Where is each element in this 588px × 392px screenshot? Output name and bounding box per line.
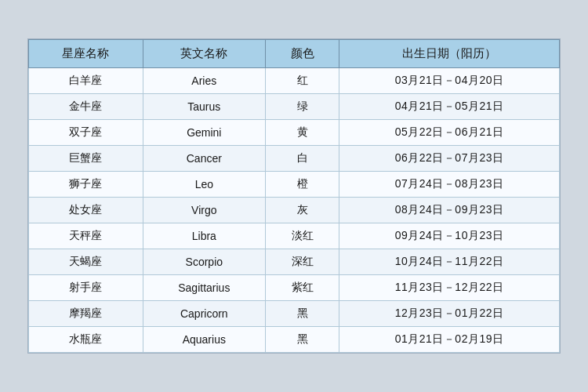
header-chinese-name: 星座名称 [29,40,143,68]
table-body: 白羊座Aries红03月21日－04月20日金牛座Taurus绿04月21日－0… [29,68,560,353]
header-color: 颜色 [265,40,339,68]
cell-row9-col2: 黑 [265,301,339,327]
cell-row8-col3: 11月23日－12月22日 [339,275,560,301]
table-row: 处女座Virgo灰08月24日－09月23日 [29,198,560,223]
cell-row3-col0: 巨蟹座 [29,146,143,172]
cell-row7-col2: 深红 [265,249,339,275]
cell-row0-col3: 03月21日－04月20日 [339,68,560,94]
cell-row2-col2: 黄 [265,120,339,146]
cell-row9-col1: Capricorn [143,301,265,327]
cell-row7-col0: 天蝎座 [29,249,143,275]
cell-row3-col3: 06月22日－07月23日 [339,146,560,172]
table-row: 巨蟹座Cancer白06月22日－07月23日 [29,146,560,172]
cell-row9-col0: 摩羯座 [29,301,143,327]
cell-row0-col2: 红 [265,68,339,94]
table-row: 天蝎座Scorpio深红10月24日－11月22日 [29,249,560,275]
cell-row1-col1: Taurus [143,94,265,120]
cell-row1-col0: 金牛座 [29,94,143,120]
cell-row5-col2: 灰 [265,198,339,223]
cell-row5-col3: 08月24日－09月23日 [339,198,560,223]
cell-row2-col1: Gemini [143,120,265,146]
cell-row10-col0: 水瓶座 [29,327,143,353]
table-row: 白羊座Aries红03月21日－04月20日 [29,68,560,94]
table-row: 双子座Gemini黄05月22日－06月21日 [29,120,560,146]
cell-row6-col2: 淡红 [265,223,339,249]
cell-row9-col3: 12月23日－01月22日 [339,301,560,327]
cell-row0-col0: 白羊座 [29,68,143,94]
table-row: 天秤座Libra淡红09月24日－10月23日 [29,223,560,249]
cell-row1-col3: 04月21日－05月21日 [339,94,560,120]
cell-row10-col3: 01月21日－02月19日 [339,327,560,353]
cell-row2-col3: 05月22日－06月21日 [339,120,560,146]
cell-row7-col1: Scorpio [143,249,265,275]
table-header-row: 星座名称 英文名称 颜色 出生日期（阳历） [29,40,560,68]
header-english-name: 英文名称 [143,40,265,68]
header-birth-date: 出生日期（阳历） [339,40,560,68]
table-row: 狮子座Leo橙07月24日－08月23日 [29,172,560,198]
cell-row4-col1: Leo [143,172,265,198]
table-row: 摩羯座Capricorn黑12月23日－01月22日 [29,301,560,327]
cell-row4-col2: 橙 [265,172,339,198]
cell-row6-col1: Libra [143,223,265,249]
table-row: 金牛座Taurus绿04月21日－05月21日 [29,94,560,120]
cell-row3-col1: Cancer [143,146,265,172]
cell-row8-col2: 紫红 [265,275,339,301]
cell-row4-col0: 狮子座 [29,172,143,198]
cell-row10-col2: 黑 [265,327,339,353]
zodiac-table: 星座名称 英文名称 颜色 出生日期（阳历） 白羊座Aries红03月21日－04… [28,39,560,353]
cell-row5-col0: 处女座 [29,198,143,223]
table-row: 射手座Sagittarius紫红11月23日－12月22日 [29,275,560,301]
cell-row5-col1: Virgo [143,198,265,223]
cell-row6-col3: 09月24日－10月23日 [339,223,560,249]
cell-row2-col0: 双子座 [29,120,143,146]
cell-row8-col0: 射手座 [29,275,143,301]
cell-row10-col1: Aquarius [143,327,265,353]
cell-row8-col1: Sagittarius [143,275,265,301]
cell-row6-col0: 天秤座 [29,223,143,249]
table-row: 水瓶座Aquarius黑01月21日－02月19日 [29,327,560,353]
zodiac-table-container: 星座名称 英文名称 颜色 出生日期（阳历） 白羊座Aries红03月21日－04… [27,38,561,354]
cell-row4-col3: 07月24日－08月23日 [339,172,560,198]
cell-row1-col2: 绿 [265,94,339,120]
cell-row3-col2: 白 [265,146,339,172]
cell-row0-col1: Aries [143,68,265,94]
cell-row7-col3: 10月24日－11月22日 [339,249,560,275]
